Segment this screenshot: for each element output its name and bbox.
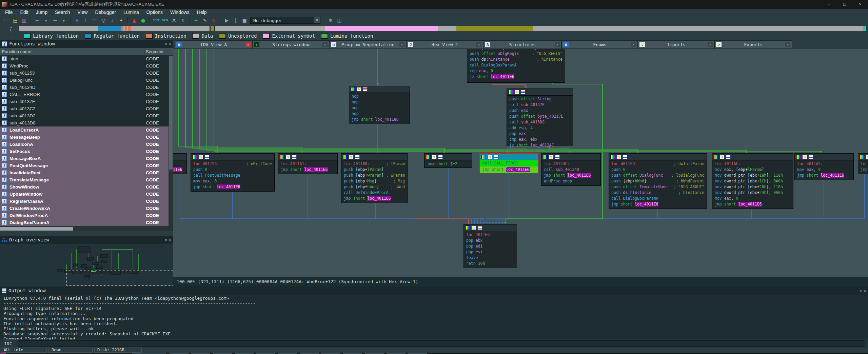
graph-node-partial-left[interactable]: ✎jmp short loc_4011E6 <box>173 153 187 174</box>
menu-item-debugger[interactable]: Debugger <box>91 9 120 16</box>
close-icon[interactable]: ✕ <box>169 42 171 46</box>
graph-node-header[interactable]: ✎ <box>712 154 793 160</box>
menu-item-edit[interactable]: Edit <box>17 9 32 16</box>
graph-node-push-string[interactable]: ✎push offset Stringcall sub_40137Epush e… <box>507 88 573 146</box>
stop-process-icon[interactable]: ■ <box>240 17 249 24</box>
navband-scroll-arrows[interactable]: ◂▸ <box>10 26 12 31</box>
node-color-icon[interactable] <box>543 155 548 159</box>
node-xrefs-icon[interactable] <box>520 90 525 94</box>
graph-node-header[interactable]: ✎ <box>191 154 274 160</box>
menu-item-view[interactable]: View <box>74 9 91 16</box>
functions-table-header[interactable]: Function name Segment <box>0 48 173 55</box>
function-row[interactable]: fLoadCursorACODE <box>0 126 173 134</box>
graph-node-header[interactable]: ✎ <box>349 86 410 93</box>
graph-node-jmp-short-2[interactable]: ✎jmp short $+2 <box>424 153 472 168</box>
node-color-icon[interactable] <box>343 155 348 159</box>
tab-structures[interactable]: AStructures× <box>483 40 561 49</box>
node-edit-icon[interactable]: ✎ <box>357 87 361 92</box>
tab-strings-window[interactable]: sStrings window× <box>252 40 329 49</box>
functions-vertical-scrollbar[interactable] <box>169 55 173 226</box>
make-ascii-icon[interactable]: A <box>170 17 178 24</box>
node-edit-icon[interactable]: ✎ <box>349 155 354 159</box>
tab-ida-view-a[interactable]: ≡IDA View-A× <box>175 40 252 49</box>
forward-icon[interactable]: → <box>51 17 59 24</box>
edit-function-icon[interactable]: ✎ <box>201 17 209 24</box>
output-log[interactable]: IDAPython v7.4.0 final (serial 0) (c) Th… <box>0 295 868 341</box>
function-row[interactable]: fInvalidateRectCODE <box>0 169 173 176</box>
node-color-icon[interactable] <box>465 225 470 230</box>
menu-item-help[interactable]: Help <box>193 9 211 16</box>
graph-node-header[interactable]: ✎ <box>480 154 538 160</box>
node-edit-icon[interactable]: ✎ <box>802 155 807 159</box>
graph-node-loc-401193[interactable]: ✎loc_401193:; nExitCodepush 0call PostQu… <box>191 153 275 192</box>
function-row[interactable]: fDialogBoxParamACODE <box>0 219 173 226</box>
tab-close-icon[interactable]: × <box>245 42 251 47</box>
function-row[interactable]: fsub_4013C2CODE <box>0 105 173 112</box>
function-row[interactable]: fRegisterClassACODE <box>0 198 173 205</box>
search-lock-icon[interactable]: ✦ <box>117 17 125 24</box>
node-edit-icon[interactable]: ✎ <box>514 90 519 94</box>
search-icon[interactable]: ◎ <box>99 17 107 24</box>
back-dropdown-icon[interactable]: ▾ <box>42 17 50 24</box>
debugger-selector[interactable]: No debugger▼ <box>250 17 320 24</box>
create-function-icon[interactable]: + <box>192 17 200 24</box>
delete-function-icon[interactable]: × <box>210 17 218 24</box>
save-file-icon[interactable]: ▥ <box>20 17 28 24</box>
node-color-icon[interactable] <box>610 155 615 159</box>
node-edit-icon[interactable]: ✎ <box>286 155 291 159</box>
node-xrefs-icon[interactable] <box>363 87 368 92</box>
tab-close-icon[interactable]: × <box>555 42 560 47</box>
node-xrefs-icon[interactable] <box>623 155 627 159</box>
function-row[interactable]: fDialogFuncCODE <box>0 77 173 84</box>
graph-node-loc-4011E6[interactable]: ✎loc_4011E6:pop ebxpop edipop esileavere… <box>463 224 517 268</box>
output-window-buttons[interactable]: ▫✕ <box>860 289 866 293</box>
start-process-icon[interactable]: ▶ <box>223 17 231 24</box>
menu-item-jump[interactable]: Jump <box>32 9 51 16</box>
functions-window-titlebar[interactable]: f Functions window ▫✕ <box>0 40 173 48</box>
graph-node-dlg-regis[interactable]: push [ebp+hWnd]; hWndParentpush offset a… <box>467 49 565 83</box>
node-xrefs-icon[interactable] <box>726 155 731 159</box>
tab-close-icon[interactable]: × <box>322 42 328 47</box>
node-xrefs-icon[interactable] <box>355 155 360 159</box>
node-color-icon[interactable] <box>426 155 431 159</box>
graph-node-header[interactable]: ✎ <box>173 154 186 160</box>
tab-close-icon[interactable]: × <box>631 42 636 47</box>
make-data-icon[interactable]: DATA <box>161 17 169 24</box>
node-xrefs-icon[interactable] <box>204 155 209 159</box>
function-row[interactable]: fTranslateMessageCODE <box>0 176 173 183</box>
jump-down-icon[interactable]: ↓ <box>108 17 116 24</box>
back-icon[interactable]: ← <box>33 17 41 24</box>
graph-node-header[interactable]: ✎ <box>795 154 853 160</box>
jump-address-icon[interactable]: # <box>73 17 81 24</box>
chevron-down-icon[interactable]: ▼ <box>314 17 320 23</box>
function-row[interactable]: fDefWindowProcACODE <box>0 212 173 219</box>
float-icon[interactable]: ▫ <box>165 42 167 46</box>
take-snapshot-icon[interactable]: ◫ <box>335 17 343 24</box>
functions-list[interactable]: fstartCODEfWndProcCODEfsub_401253CODEfDi… <box>0 55 173 226</box>
column-segment[interactable]: Segment <box>144 49 169 54</box>
open-file-icon[interactable]: ▤ <box>11 17 19 24</box>
forward-dropdown-icon[interactable]: ▾ <box>60 17 68 24</box>
scrollbar-thumb[interactable] <box>169 56 173 170</box>
graph-node-header[interactable]: ✎ <box>278 154 337 160</box>
graph-node-loc-4011A5[interactable]: ✎loc_4011A5:mov eax, 0jmp short loc_4011… <box>794 153 854 180</box>
navigation-band[interactable]: ↓ <box>19 26 866 31</box>
function-row[interactable]: fstartCODE <box>0 55 173 62</box>
tab-imports[interactable]: ↘Imports× <box>638 40 714 49</box>
menu-item-file[interactable]: File <box>1 9 17 16</box>
node-color-icon[interactable] <box>351 87 355 92</box>
tab-close-icon[interactable]: × <box>785 42 790 47</box>
functions-window-buttons[interactable]: ▫✕ <box>165 42 171 46</box>
node-color-icon[interactable] <box>508 90 513 94</box>
tab-close-icon[interactable]: × <box>708 42 713 47</box>
graph-node-header[interactable]: ✎ <box>609 154 707 160</box>
make-code-icon[interactable]: CODE <box>152 17 160 24</box>
graph-node-header[interactable]: ✎ <box>507 89 573 96</box>
close-icon[interactable]: ✕ <box>864 289 866 293</box>
graph-overview-titlebar[interactable]: Graph overview ▫✕ <box>0 236 173 244</box>
function-row[interactable]: fsub_40137ECODE <box>0 98 173 105</box>
minimize-button[interactable]: − <box>821 0 837 9</box>
node-xrefs-icon[interactable] <box>808 155 813 159</box>
function-row[interactable]: fsub_4013D8CODE <box>0 119 173 126</box>
graph-node-header[interactable]: ✎ <box>425 154 472 160</box>
